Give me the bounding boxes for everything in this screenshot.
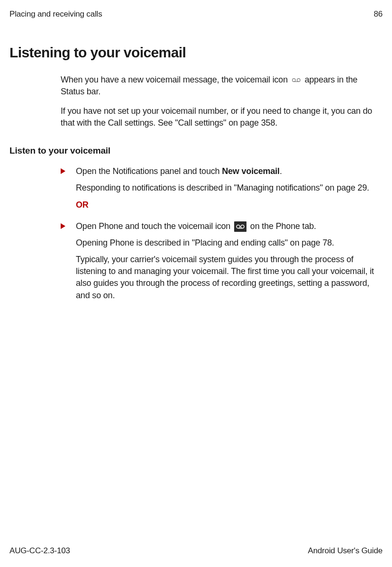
step-marker-icon [61,165,76,216]
svg-point-3 [237,225,240,228]
doc-id: AUG-CC-2.3-103 [9,545,70,557]
step2-text-b: on the Phone tab. [250,221,316,231]
step-content: Open the Notifications panel and touch N… [76,165,379,216]
step-item: Open the Notifications panel and touch N… [61,165,379,216]
step2-text-a: Open Phone and touch the voicemail icon [76,221,233,231]
steps-block: Open the Notifications panel and touch N… [61,165,379,306]
intro-paragraph-1: When you have a new voicemail message, t… [61,74,379,98]
or-separator: OR [76,199,379,211]
subheading: Listen to your voicemail [9,145,383,157]
step-text: Typically, your carrier's voicemail syst… [76,254,379,302]
page-title: Listening to your voicemail [9,43,383,63]
step1-text-c: . [280,166,282,176]
step-text: Opening Phone is described in "Placing a… [76,237,379,249]
intro-paragraph-2: If you have not set up your voicemail nu… [61,105,379,129]
step-text: Responding to notifications is described… [76,182,379,194]
page-footer: AUG-CC-2.3-103 Android User's Guide [9,545,383,557]
voicemail-status-icon [291,77,301,83]
page-header: Placing and receiving calls 86 [9,9,383,20]
svg-point-4 [241,225,244,228]
step-content: Open Phone and touch the voicemail icon … [76,220,379,306]
page-number: 86 [374,9,383,20]
svg-point-0 [292,79,295,82]
doc-title: Android User's Guide [308,545,383,557]
voicemail-tab-icon [234,221,246,232]
step-item: Open Phone and touch the voicemail icon … [61,220,379,306]
intro-text-1a: When you have a new voicemail message, t… [61,75,290,84]
intro-block: When you have a new voicemail message, t… [61,74,379,129]
step-marker-icon [61,220,76,306]
step-text: Open the Notifications panel and touch N… [76,165,379,177]
section-title: Placing and receiving calls [9,9,102,20]
svg-point-1 [297,79,300,82]
step-text: Open Phone and touch the voicemail icon … [76,220,379,232]
step1-text-a: Open the Notifications panel and touch [76,166,222,176]
step1-text-bold: New voicemail [222,166,280,176]
